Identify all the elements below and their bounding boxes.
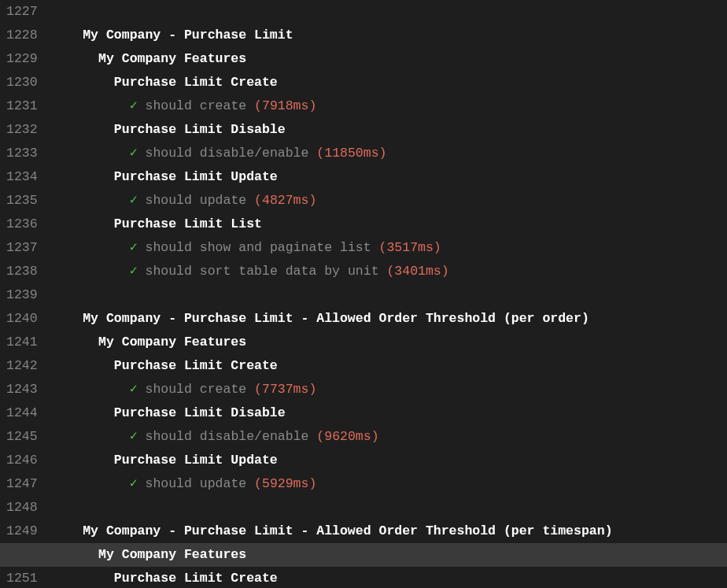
test-duration: (3401ms) <box>386 264 448 279</box>
test-description: should disable/enable <box>138 146 317 161</box>
suite-label: Purchase Limit Create <box>114 571 278 586</box>
suite-label: Purchase Limit Create <box>114 358 278 373</box>
code-line[interactable]: ✓ should create (7918ms) <box>52 94 719 118</box>
test-description: should update <box>138 476 255 491</box>
line-number-gutter: 1227122812291230123112321233123412351236… <box>0 0 52 588</box>
line-number: 1237 <box>6 236 38 260</box>
suite-label: My Company Features <box>98 51 246 66</box>
code-line[interactable]: Purchase Limit Update <box>52 449 719 472</box>
line-number: 1245 <box>6 425 38 449</box>
code-line[interactable]: Purchase Limit Create <box>52 354 719 378</box>
test-duration: (11850ms) <box>316 146 386 161</box>
line-number: 1242 <box>6 354 38 378</box>
suite-label: My Company Features <box>98 547 246 562</box>
code-line[interactable]: ✓ should show and paginate list (3517ms) <box>52 236 719 260</box>
code-line[interactable]: ✓ should update (4827ms) <box>52 189 719 213</box>
line-number: 1239 <box>6 283 38 307</box>
suite-label: My Company - Purchase Limit - Allowed Or… <box>83 523 612 538</box>
line-number: 1228 <box>6 24 38 47</box>
checkmark-icon: ✓ <box>130 264 138 279</box>
line-number: 1246 <box>6 449 38 472</box>
line-number: 1229 <box>6 47 38 71</box>
suite-label: My Company - Purchase Limit <box>83 28 293 43</box>
test-description: should sort table data by unit <box>138 264 387 279</box>
code-line[interactable]: My Company Features <box>52 331 719 354</box>
line-number: 1247 <box>6 472 38 496</box>
code-line[interactable]: My Company - Purchase Limit - Allowed Or… <box>52 307 719 331</box>
code-line[interactable]: ✓ should disable/enable (11850ms) <box>52 142 719 165</box>
checkmark-icon: ✓ <box>130 98 138 113</box>
line-number: 1241 <box>6 331 38 354</box>
test-duration: (5929ms) <box>254 476 316 491</box>
line-number: 1243 <box>6 378 38 401</box>
line-number: 1251 <box>6 567 38 588</box>
code-line[interactable] <box>52 496 719 520</box>
suite-label: Purchase Limit Disable <box>114 122 286 137</box>
line-number: 1236 <box>6 213 38 236</box>
checkmark-icon: ✓ <box>130 146 138 161</box>
code-line[interactable]: My Company Features <box>52 47 719 71</box>
suite-label: Purchase Limit Disable <box>114 405 286 420</box>
checkmark-icon: ✓ <box>130 382 138 397</box>
test-description: should show and paginate list <box>138 240 379 255</box>
line-number: 1240 <box>6 307 38 331</box>
code-line[interactable]: Purchase Limit Disable <box>52 401 719 425</box>
code-line[interactable]: ✓ should update (5929ms) <box>52 472 719 496</box>
line-number: 1249 <box>6 520 38 543</box>
test-description: should create <box>138 382 255 397</box>
code-line[interactable]: Purchase Limit List <box>52 213 719 236</box>
code-line[interactable]: Purchase Limit Update <box>52 165 719 189</box>
code-line[interactable]: My Company Features <box>52 543 719 567</box>
code-line[interactable]: My Company - Purchase Limit - Allowed Or… <box>52 520 719 543</box>
checkmark-icon: ✓ <box>130 429 138 444</box>
line-number: 1231 <box>6 94 38 118</box>
editor-pane[interactable]: 1227122812291230123112321233123412351236… <box>0 0 727 588</box>
code-line[interactable] <box>52 283 719 307</box>
code-line[interactable]: Purchase Limit Disable <box>52 118 719 142</box>
test-duration: (9620ms) <box>316 429 378 444</box>
test-description: should create <box>138 98 255 113</box>
test-duration: (3517ms) <box>379 240 441 255</box>
test-duration: (7737ms) <box>254 382 316 397</box>
line-number: 1234 <box>6 165 38 189</box>
line-number: 1230 <box>6 71 38 94</box>
code-line[interactable]: Purchase Limit Create <box>52 567 719 588</box>
line-number: 1248 <box>6 496 38 520</box>
test-duration: (7918ms) <box>254 98 316 113</box>
editor-content[interactable]: My Company - Purchase Limit My Company F… <box>52 0 727 588</box>
line-number: 1232 <box>6 118 38 142</box>
line-number: 1244 <box>6 401 38 425</box>
suite-label: Purchase Limit List <box>114 216 262 231</box>
test-description: should update <box>138 193 255 208</box>
suite-label: My Company Features <box>98 335 246 349</box>
line-number: 1238 <box>6 260 38 283</box>
test-duration: (4827ms) <box>254 193 316 208</box>
suite-label: Purchase Limit Update <box>114 453 278 468</box>
suite-label: Purchase Limit Update <box>114 169 278 184</box>
line-number: 1233 <box>6 142 38 165</box>
checkmark-icon: ✓ <box>130 240 138 255</box>
code-line[interactable]: ✓ should disable/enable (9620ms) <box>52 425 719 449</box>
suite-label: Purchase Limit Create <box>114 75 278 90</box>
checkmark-icon: ✓ <box>130 193 138 208</box>
code-line[interactable] <box>52 0 719 24</box>
suite-label: My Company - Purchase Limit - Allowed Or… <box>83 311 589 326</box>
code-line[interactable]: Purchase Limit Create <box>52 71 719 94</box>
test-description: should disable/enable <box>138 429 317 444</box>
code-line[interactable]: My Company - Purchase Limit <box>52 24 719 47</box>
test-output-editor: 1227122812291230123112321233123412351236… <box>0 0 727 588</box>
code-line[interactable]: ✓ should create (7737ms) <box>52 378 719 401</box>
code-line[interactable]: ✓ should sort table data by unit (3401ms… <box>52 260 719 283</box>
line-number: 1235 <box>6 189 38 213</box>
checkmark-icon: ✓ <box>130 476 138 491</box>
line-number: 1227 <box>6 0 38 24</box>
